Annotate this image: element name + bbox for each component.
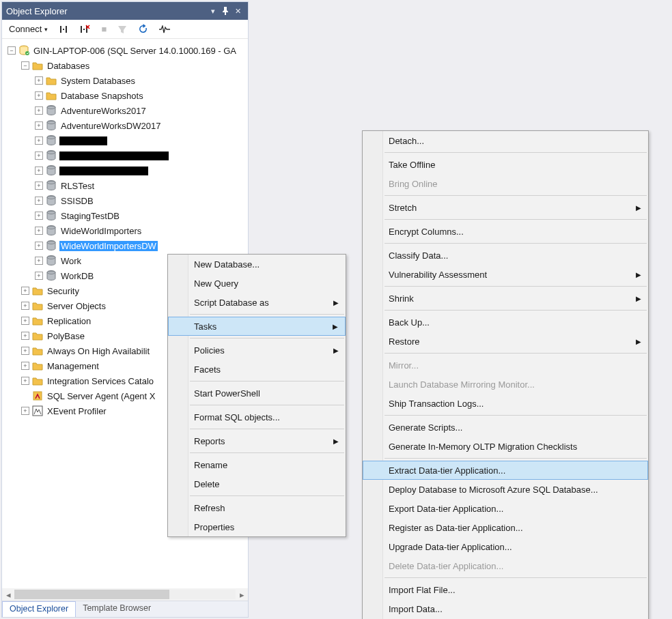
pin-icon[interactable] <box>219 7 232 15</box>
menu-item[interactable]: Import Flat File... <box>363 580 648 599</box>
expander-icon[interactable]: + <box>21 332 29 340</box>
tree-label: Replication <box>46 316 92 326</box>
expander-icon[interactable]: + <box>35 91 43 100</box>
expander-icon[interactable]: + <box>35 152 43 160</box>
expander-icon[interactable]: + <box>21 347 29 355</box>
expander-icon[interactable]: + <box>35 136 43 145</box>
scroll-left-icon[interactable]: ◂ <box>2 590 14 600</box>
expander-icon[interactable]: + <box>35 106 43 115</box>
menu-separator <box>384 458 647 459</box>
connect-button[interactable]: Connect ▾ <box>5 23 52 35</box>
tree-node[interactable]: +WideWorldImporters <box>3 223 248 238</box>
menu-item[interactable]: Ship Transaction Logs... <box>363 394 648 413</box>
expander-icon[interactable]: + <box>35 182 43 190</box>
menu-item-label: Facets <box>194 364 221 375</box>
menu-item[interactable]: Generate In-Memory OLTP Migration Checkl… <box>363 437 648 456</box>
tree-node[interactable]: + <box>3 163 248 178</box>
menu-item[interactable]: Rename <box>168 455 346 474</box>
expander-icon[interactable]: + <box>35 76 43 85</box>
tree-node[interactable]: +Database Snapshots <box>3 88 248 103</box>
tree-node[interactable]: −Databases <box>3 58 248 73</box>
menu-item[interactable]: Import Data... <box>363 599 648 618</box>
tree-node[interactable]: +SSISDB <box>3 193 248 208</box>
expander-icon[interactable]: + <box>35 121 43 130</box>
menu-item[interactable]: Restore▶ <box>363 332 648 351</box>
expander-icon[interactable]: − <box>21 61 29 70</box>
expander-icon[interactable]: + <box>21 377 29 385</box>
expander-icon[interactable]: + <box>21 287 29 295</box>
tree-node[interactable]: +RLSTest <box>3 178 248 193</box>
tree-node[interactable]: + <box>3 148 248 163</box>
menu-item[interactable]: Facets <box>168 360 346 379</box>
menu-item-label: Stretch <box>389 203 417 213</box>
expander-icon[interactable]: + <box>35 257 43 265</box>
tree-node[interactable]: +AdventureWorks2017 <box>3 103 248 118</box>
menu-item[interactable]: Format SQL objects... <box>168 407 346 427</box>
horizontal-scrollbar[interactable]: ◂ ▸ <box>2 588 248 601</box>
folder-icon <box>46 75 57 86</box>
menu-item[interactable]: Tasks▶ <box>168 317 346 336</box>
menu-item[interactable]: Start PowerShell <box>168 384 346 403</box>
tree-node[interactable]: +StagingTestDB <box>3 208 248 223</box>
expander-icon[interactable]: + <box>35 272 43 280</box>
expander-icon[interactable]: + <box>21 407 29 415</box>
expander-icon[interactable]: + <box>21 317 29 325</box>
tree-label: Security <box>46 286 81 296</box>
tab-object-explorer[interactable]: Object Explorer <box>2 601 76 617</box>
disconnect-all-icon[interactable] <box>75 23 94 35</box>
expander-icon[interactable]: + <box>35 212 43 220</box>
tab-template-browser[interactable]: Template Browser <box>76 601 158 617</box>
menu-item[interactable]: Shrink▶ <box>363 289 648 308</box>
menu-item[interactable]: Upgrade Data-tier Application... <box>363 537 648 556</box>
tree-node[interactable]: + <box>3 133 248 148</box>
db-icon <box>46 195 57 206</box>
menu-item[interactable]: New Query <box>168 274 346 293</box>
expander-icon[interactable]: + <box>21 362 29 370</box>
activity-monitor-icon[interactable] <box>155 24 174 35</box>
expander-icon[interactable]: + <box>35 197 43 205</box>
close-icon[interactable]: ✕ <box>232 7 244 16</box>
menu-item[interactable]: Policies▶ <box>168 341 346 360</box>
menu-item[interactable]: Encrypt Columns... <box>363 222 648 241</box>
window-dropdown-icon[interactable]: ▾ <box>207 7 219 16</box>
menu-item[interactable]: New Database... <box>168 255 346 274</box>
db-icon <box>46 210 57 221</box>
tree-node[interactable]: +WideWorldImportersDW <box>3 238 248 253</box>
menu-item[interactable]: Stretch▶ <box>363 198 648 217</box>
tree-node[interactable]: +AdventureWorksDW2017 <box>3 118 248 133</box>
menu-item[interactable]: Generate Scripts... <box>363 418 648 437</box>
menu-item[interactable]: Refresh <box>168 498 346 517</box>
menu-item-label: Bring Online <box>389 179 438 189</box>
menu-item[interactable]: Deploy Database to Microsoft Azure SQL D… <box>363 480 648 499</box>
menu-item[interactable]: Properties <box>168 517 346 536</box>
submenu-arrow-icon: ▶ <box>333 437 339 445</box>
menu-item[interactable]: Detach... <box>363 131 648 150</box>
menu-item[interactable]: Back Up... <box>363 313 648 332</box>
db-icon <box>46 150 57 161</box>
refresh-icon[interactable] <box>134 23 152 35</box>
menu-item[interactable]: Export Data-tier Application... <box>363 499 648 518</box>
menu-item[interactable]: Delete <box>168 474 346 493</box>
menu-item[interactable]: Vulnerability Assessment▶ <box>363 265 648 284</box>
menu-item: Mirror... <box>363 356 648 375</box>
menu-item-label: Detach... <box>389 136 424 146</box>
menu-item[interactable]: Reports▶ <box>168 431 346 450</box>
scroll-right-icon[interactable]: ▸ <box>236 590 248 600</box>
db-icon <box>46 165 57 176</box>
expander-icon[interactable]: + <box>35 227 43 235</box>
menu-item[interactable]: Script Database as▶ <box>168 293 346 312</box>
menu-item[interactable]: Classify Data... <box>363 246 648 265</box>
tree-node[interactable]: −GIN-LAPTOP-006 (SQL Server 14.0.1000.16… <box>3 43 248 58</box>
menu-item[interactable]: Extract Data-tier Application... <box>363 461 648 480</box>
menu-item[interactable]: Take Offline <box>363 155 648 174</box>
disconnect-icon[interactable] <box>55 23 72 35</box>
expander-icon[interactable]: + <box>21 302 29 310</box>
expander-icon[interactable]: + <box>35 167 43 175</box>
expander-icon[interactable]: − <box>8 46 16 55</box>
menu-item-label: Extract Data-tier Application... <box>389 465 505 476</box>
menu-item-label: Policies <box>194 345 225 356</box>
menu-item[interactable]: Register as Data-tier Application... <box>363 518 648 537</box>
expander-icon[interactable]: + <box>35 242 43 250</box>
menu-item-label: Export Data-tier Application... <box>389 504 503 514</box>
tree-node[interactable]: +System Databases <box>3 73 248 88</box>
